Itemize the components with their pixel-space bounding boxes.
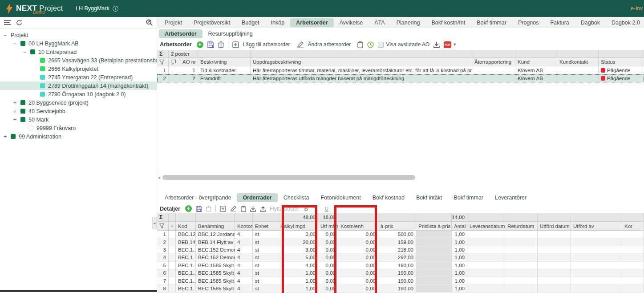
detailtab-bokf-timmar[interactable]: Bokf timmar (448, 193, 489, 202)
tree-item[interactable]: 2665 Vasavägen 33 (Betalplan prestations… (0, 56, 157, 65)
tab-dagbok[interactable]: Dagbok (575, 18, 606, 27)
detailtab-arbetsorder-övergripande[interactable]: Arbetsorder - övergripande (159, 193, 237, 202)
pdf-export-button[interactable]: PDF ▼ (444, 41, 457, 48)
column-header[interactable]: Kostn/enh (338, 222, 378, 231)
column-header[interactable]: Kod (176, 222, 196, 231)
detail-row[interactable]: 4BEC.1...BEC.152 Demont...4st5,000,000,0… (157, 254, 644, 261)
tree-item[interactable]: 99999 Frånvaro (0, 124, 157, 132)
note-icon[interactable] (169, 58, 180, 66)
edit-order-button[interactable]: Ändra arbetsorder (308, 41, 351, 48)
save-detail-icon[interactable] (196, 206, 202, 212)
tab-projektöversikt[interactable]: Projektöversikt (188, 18, 236, 27)
tree-item[interactable]: 2789 Drottninggatan 14 (mängdkontrakt) (0, 81, 157, 90)
detailtab-foton-dokument[interactable]: Foton/dokument (315, 193, 366, 202)
download-icon[interactable] (433, 41, 440, 48)
column-header[interactable]: AO nr (180, 58, 198, 66)
tree-item[interactable]: 2666 Kalkylprojektet (0, 65, 157, 73)
column-header[interactable]: Utf mängd (318, 222, 338, 231)
tree-item[interactable]: +99 Administration (0, 132, 157, 141)
detail-row[interactable]: 1BBC.12BBC.12 Jordanalys4st3,000,000,005… (157, 231, 644, 238)
tab-inköp[interactable]: Inköp (265, 18, 291, 27)
pane-splitter-handle[interactable]: ◄ (152, 217, 157, 229)
subtab-arbetsorder[interactable]: Arbetsorder (159, 29, 203, 38)
add-detail-row-icon[interactable] (220, 206, 226, 212)
detail-row[interactable]: 7BEC.1...BEC.1585 Skylt D...4st1,000,000… (157, 277, 644, 285)
column-header[interactable]: Utförd datum (538, 222, 571, 231)
delete-icon[interactable] (218, 41, 224, 48)
column-header[interactable]: Kundkontakt (557, 58, 599, 66)
italic-button[interactable]: I (313, 205, 320, 212)
collapse-icon[interactable]: − (13, 41, 20, 47)
column-header[interactable]: Antal (452, 222, 467, 231)
add-order-button[interactable]: Lägg till arbetsorder (243, 41, 290, 48)
note-icon[interactable] (169, 222, 176, 231)
tab-bokf-timmar[interactable]: Bokf timmar (471, 18, 512, 27)
export-detail-icon[interactable] (260, 206, 266, 212)
column-header[interactable]: Benämning (196, 222, 235, 231)
filter-icon[interactable] (157, 58, 169, 66)
detail-row[interactable]: 6BEC.1...BEC.1585 Skylt B14st1,000,000,0… (157, 269, 644, 277)
tab-äta[interactable]: ÄTA (369, 18, 390, 27)
history-clock-icon[interactable] (367, 41, 374, 48)
collapse-icon[interactable]: − (4, 32, 11, 38)
tab-faktura[interactable]: Faktura (544, 18, 575, 27)
expand-icon[interactable]: + (13, 117, 20, 123)
tab-planering[interactable]: Planering (391, 18, 426, 27)
einvoice-link[interactable]: e-Inv (631, 5, 643, 12)
tree-item[interactable]: −00 LH ByggMark AB (0, 39, 157, 48)
tree-item[interactable]: −10 Entreprenad (0, 48, 157, 56)
info-icon[interactable]: i (113, 6, 118, 12)
column-header[interactable]: Status (599, 58, 641, 66)
column-header[interactable]: Prislista à-pris (416, 222, 452, 231)
expand-icon[interactable]: + (13, 108, 20, 114)
delete-detail-icon[interactable] (206, 206, 211, 212)
detail-row[interactable]: 5BEC.1...BEC.1585 Skylt B...4st4,000,000… (157, 262, 644, 269)
tab-arbetsorder[interactable]: Arbetsorder (290, 18, 334, 27)
refresh-icon[interactable] (16, 20, 22, 26)
save-icon[interactable] (207, 41, 214, 48)
detailtab-leverantörer[interactable]: Leverantörer (489, 193, 532, 202)
copy-icon[interactable] (357, 41, 363, 48)
column-header[interactable]: à-pris (378, 222, 416, 231)
column-header[interactable]: Uppdragsbeskrivning (251, 58, 472, 66)
column-header[interactable]: Leveransdatum (467, 222, 505, 231)
tab-dagbok-2-0[interactable]: Dagbok 2.0 (606, 18, 644, 27)
menu-icon[interactable] (4, 20, 11, 25)
collapse-icon[interactable]: − (23, 49, 30, 55)
tree-item[interactable]: −Projekt (0, 31, 157, 39)
add-order-icon[interactable]: + (197, 41, 203, 48)
tree-item[interactable]: +20 Byggservice (projekt) (0, 98, 157, 107)
download-detail-icon[interactable] (250, 206, 256, 212)
copy-detail-icon[interactable] (241, 206, 246, 212)
tree-item[interactable]: +50 Mark (0, 115, 157, 124)
underline-button[interactable]: U (324, 206, 330, 212)
detailtab-checklista[interactable]: Checklista (278, 193, 315, 202)
edit-detail-icon[interactable] (230, 206, 237, 212)
column-header[interactable]: Returdatum (505, 222, 538, 231)
bold-button[interactable]: B (303, 206, 309, 212)
detailtab-orderrader[interactable]: Orderrader (237, 193, 277, 202)
detailtab-bokf-intäkt[interactable]: Bokf intäkt (410, 193, 448, 202)
tab-prognos[interactable]: Prognos (512, 18, 545, 27)
edit-icon[interactable] (297, 41, 304, 48)
move-rows-button[interactable]: Flytta poster (270, 206, 299, 212)
column-header[interactable]: Återrapportering (472, 58, 515, 66)
column-header[interactable]: Kor (622, 222, 644, 231)
detailtab-bokf-kostnad[interactable]: Bokf kostnad (367, 193, 410, 202)
subtab-resursuppföljning[interactable]: Resursuppföljning (203, 29, 259, 38)
tab-bokf-kostn-int[interactable]: Bokf kostn/Int (425, 18, 471, 27)
column-header[interactable]: Beskrivning (198, 58, 251, 66)
scroll-left-icon[interactable]: ◄ (157, 175, 162, 180)
expand-icon[interactable]: + (13, 100, 20, 106)
zoom-icon[interactable] (146, 19, 153, 26)
show-closed-checkbox[interactable] (378, 42, 384, 48)
add-row-icon[interactable] (232, 41, 239, 48)
filter-icon[interactable] (157, 222, 169, 231)
order-row[interactable]: 11Tid & kostnaderHär återrapporteras tim… (157, 66, 644, 74)
expand-icon[interactable]: + (4, 134, 11, 140)
tree-item[interactable]: 2790 Örngatan 10 (dagbok 2.0) (0, 90, 157, 98)
scrollbar-thumb[interactable] (162, 175, 415, 180)
tab-projekt[interactable]: Projekt (159, 18, 188, 27)
tree-item[interactable]: 2745 Ymergatan 22 (Entreprenad) (0, 73, 157, 81)
tab-budget[interactable]: Budget (236, 18, 265, 27)
